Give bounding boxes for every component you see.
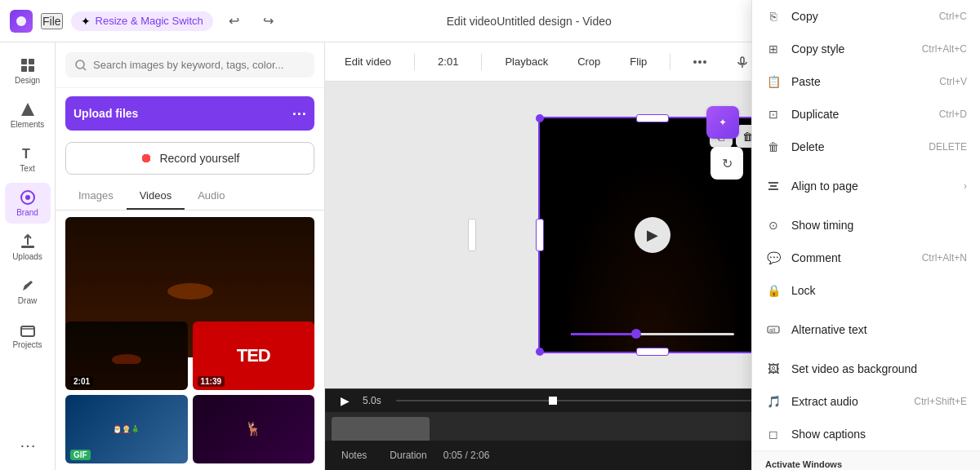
handle-bl[interactable] — [536, 348, 544, 356]
svg-rect-20 — [768, 182, 778, 184]
upload-label: Upload files — [74, 107, 138, 120]
sidebar-item-elements[interactable]: Elements — [5, 95, 51, 135]
magic-edit-button[interactable]: ✦ — [706, 106, 739, 139]
duration-button[interactable]: Duration — [383, 446, 433, 464]
tab-videos[interactable]: Videos — [127, 183, 185, 210]
windows-notice: Activate Windows Go to Settings to activ… — [752, 450, 980, 470]
set-bg-label: Set video as background — [791, 362, 917, 375]
set-bg-icon: 🖼 — [765, 361, 782, 377]
tab-images[interactable]: Images — [65, 183, 127, 210]
menu-item-show-captions[interactable]: ◻ Show captions — [752, 418, 980, 450]
rotate-button[interactable]: ↻ — [710, 147, 743, 180]
sidebar-item-draw[interactable]: Draw — [5, 271, 51, 312]
tab-audio[interactable]: Audio — [185, 183, 238, 210]
svg-point-17 — [703, 60, 706, 64]
media-duration-2: 2:01 — [70, 376, 93, 387]
redo-button[interactable]: ↪ — [256, 8, 282, 34]
timeline-play-button[interactable]: ▶ — [335, 391, 354, 410]
sidebar-item-projects[interactable]: Projects — [5, 315, 51, 356]
menu-item-alt-text[interactable]: alt Alternative text — [752, 313, 980, 346]
sidebar-brand-label: Brand — [16, 208, 38, 217]
media-duration-3: 11:39 — [198, 376, 225, 387]
menu-item-align[interactable]: Align to page › — [752, 170, 980, 202]
media-item-3[interactable]: TED 11:39 — [193, 321, 315, 390]
right-action-panel: ✦ — [706, 106, 739, 139]
progress-container — [571, 333, 734, 335]
sidebar-item-text[interactable]: T Text — [5, 139, 51, 180]
menu-item-lock[interactable]: 🔒 Lock — [752, 274, 980, 307]
notes-button[interactable]: Notes — [335, 446, 373, 464]
handle-tl[interactable] — [536, 114, 544, 122]
search-box[interactable] — [65, 52, 314, 78]
document-title: Edit video — [447, 15, 497, 28]
media-item-2[interactable]: 2:01 — [65, 321, 188, 390]
svg-point-16 — [698, 60, 702, 64]
svg-text:alt: alt — [769, 327, 775, 333]
lock-label: Lock — [791, 284, 816, 297]
record-yourself-button[interactable]: ⏺ Record yourself — [65, 142, 314, 175]
svg-rect-22 — [768, 188, 778, 190]
svg-rect-9 — [21, 246, 34, 248]
windows-notice-title: Activate Windows — [765, 459, 967, 469]
handle-top[interactable] — [636, 114, 669, 122]
copy-style-label: Copy style — [791, 42, 844, 55]
toolbar-divider-1 — [414, 54, 415, 70]
app-logo — [10, 10, 33, 33]
menu-item-duplicate[interactable]: ⊡ Duplicate Ctrl+D — [752, 98, 980, 131]
media-badge-4: GIF — [70, 450, 91, 460]
media-tabs: Images Videos Audio — [56, 183, 324, 211]
sidebar-draw-label: Draw — [18, 296, 37, 305]
menu-item-paste[interactable]: 📋 Paste Ctrl+V — [752, 65, 980, 98]
toolbar-more-button[interactable] — [687, 49, 713, 75]
svg-point-0 — [16, 16, 26, 26]
upload-more-icon: ⋯ — [292, 104, 306, 122]
magic-switch-button[interactable]: ✦ Resize & Magic Switch — [71, 11, 213, 31]
search-input[interactable] — [93, 59, 305, 71]
crop-button[interactable]: Crop — [571, 52, 607, 71]
media-item-4[interactable]: 🎅🤶🎄 GIF — [65, 395, 188, 463]
align-arrow: › — [964, 180, 967, 192]
menu-item-show-timing[interactable]: ⊙ Show timing — [752, 209, 980, 242]
sidebar-elements-label: Elements — [11, 120, 45, 129]
handle-left[interactable] — [536, 219, 544, 251]
upload-files-button[interactable]: Upload files ⋯ — [65, 96, 314, 131]
svg-rect-4 — [29, 66, 34, 72]
clip-1[interactable] — [332, 417, 430, 441]
sidebar-item-brand[interactable]: Brand — [5, 183, 51, 224]
svg-point-11 — [76, 60, 84, 69]
media-panel: Upload files ⋯ ⏺ Record yourself Images … — [56, 42, 325, 470]
sidebar-item-uploads[interactable]: Uploads — [5, 227, 51, 268]
resize-handle-left[interactable] — [468, 219, 476, 251]
record-icon: ⏺ — [140, 151, 153, 166]
sidebar-text-label: Text — [20, 164, 34, 173]
show-timing-label: Show timing — [791, 219, 853, 232]
file-menu-button[interactable]: File — [41, 13, 63, 29]
svg-point-13 — [167, 283, 213, 299]
sidebar-projects-label: Projects — [12, 340, 42, 349]
alt-text-icon: alt — [765, 321, 782, 338]
play-overlay-button[interactable]: ▶ — [635, 217, 670, 253]
comment-label: Comment — [791, 251, 841, 264]
undo-button[interactable]: ↩ — [221, 8, 247, 34]
handle-bottom[interactable] — [636, 348, 669, 356]
menu-item-set-bg[interactable]: 🖼 Set video as background — [752, 352, 980, 385]
search-icon — [75, 60, 87, 71]
edit-video-button[interactable]: Edit video — [338, 52, 398, 71]
main-content: Design Elements T Text Brand Uploads Dra… — [0, 42, 980, 470]
playback-button[interactable]: Playback — [498, 52, 555, 71]
media-item-5[interactable]: 🦌 — [193, 395, 315, 463]
menu-item-extract-audio[interactable]: 🎵 Extract audio Ctrl+Shift+E — [752, 385, 980, 418]
flip-button[interactable]: Flip — [623, 52, 653, 71]
menu-item-delete[interactable]: 🗑 Delete DELETE — [752, 131, 980, 163]
document-full-title: Untitled design - Video — [497, 15, 612, 28]
svg-rect-1 — [21, 59, 27, 64]
scrubber-thumb[interactable] — [549, 397, 557, 405]
sidebar-item-design[interactable]: Design — [5, 51, 51, 91]
progress-bar[interactable] — [571, 333, 734, 335]
menu-item-comment[interactable]: 💬 Comment Ctrl+Alt+N — [752, 242, 980, 274]
menu-item-copy-style[interactable]: ⊞ Copy style Ctrl+Alt+C — [752, 42, 980, 65]
progress-thumb[interactable] — [631, 329, 641, 339]
magic-icon: ✦ — [81, 15, 91, 28]
sidebar-more-button[interactable]: ⋯ — [11, 429, 44, 462]
lock-icon: 🔒 — [765, 282, 782, 299]
